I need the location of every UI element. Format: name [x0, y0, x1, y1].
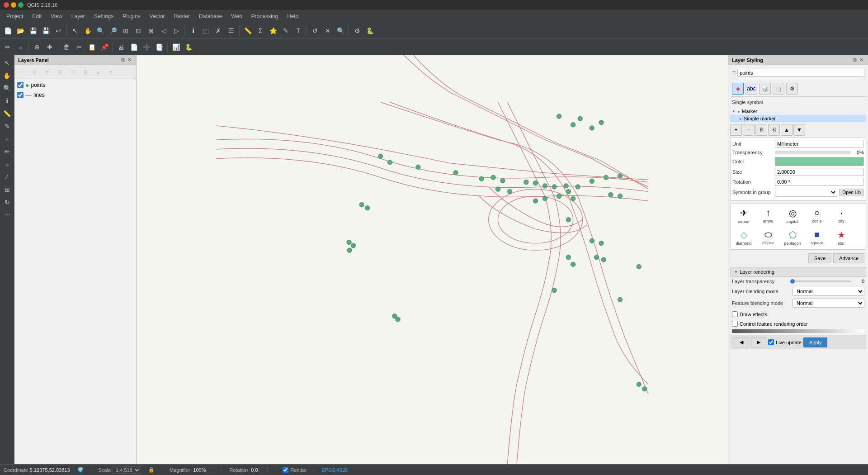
expand-all-btn[interactable]: ⊞: [54, 66, 66, 78]
delete-button[interactable]: 🗑: [61, 41, 72, 53]
remove-layer-btn[interactable]: 🗑: [80, 66, 91, 78]
sym-star[interactable]: ★ star: [830, 228, 853, 247]
deselect-button[interactable]: ✗: [212, 25, 224, 37]
advanced-button[interactable]: Advance: [833, 253, 864, 263]
layer-lines[interactable]: — lines: [15, 90, 135, 100]
zoom-selection-button[interactable]: ⊟: [132, 25, 144, 37]
identify-button[interactable]: ℹ: [187, 25, 199, 37]
pencil-button[interactable]: ✏: [2, 41, 14, 53]
maximize-button[interactable]: [18, 2, 24, 8]
atlas-button[interactable]: 📄: [128, 41, 140, 53]
zoom-next-button[interactable]: ▷: [170, 25, 182, 37]
apply-button[interactable]: Apply: [803, 337, 828, 347]
layer-name-input[interactable]: [737, 69, 864, 77]
styling-panel-close[interactable]: ✕: [859, 57, 864, 63]
sym-diamond[interactable]: ◇ diamond: [732, 228, 755, 247]
zoom-out-button[interactable]: 🔎: [107, 25, 119, 37]
window-controls[interactable]: [4, 2, 24, 8]
new-project-button[interactable]: 📄: [2, 25, 14, 37]
menu-vector[interactable]: Vector: [145, 11, 170, 21]
copy-sym-btn[interactable]: ⎘: [755, 124, 767, 136]
symbols-group-select[interactable]: [775, 188, 837, 197]
merge-tool[interactable]: ⊞: [1, 184, 13, 195]
text-annotation-button[interactable]: T: [292, 25, 304, 37]
zoom-custom-button[interactable]: 🔍: [335, 25, 346, 37]
layer-lines-check[interactable]: [17, 92, 24, 98]
tab-rendering[interactable]: ⚙: [786, 83, 798, 95]
copy-button[interactable]: 📋: [86, 41, 98, 53]
select-tool[interactable]: ↖: [1, 57, 13, 69]
save-as-button[interactable]: 💾: [40, 25, 52, 37]
close-button[interactable]: [4, 2, 9, 8]
menu-database[interactable]: Database: [194, 11, 226, 21]
python-button[interactable]: 🐍: [364, 25, 376, 37]
split-tool[interactable]: ⁄: [1, 171, 13, 183]
rotate-tool[interactable]: ↻: [1, 196, 13, 208]
paste-sym-btn[interactable]: ⎗: [768, 124, 780, 136]
move-up-btn[interactable]: ▲: [781, 124, 793, 136]
revert-button[interactable]: ↩: [52, 25, 64, 37]
pan-tool[interactable]: ✋: [1, 70, 13, 81]
minimize-button[interactable]: [11, 2, 16, 8]
annotation-tool[interactable]: ✎: [1, 120, 13, 132]
rotation-input[interactable]: [250, 467, 268, 473]
menu-plugins[interactable]: Plugins: [118, 11, 145, 21]
manage-layers-btn[interactable]: ⚙: [29, 66, 41, 78]
digitize-button[interactable]: ⊕: [31, 41, 43, 53]
print-button[interactable]: 🖨: [115, 41, 127, 53]
add-feature-tool[interactable]: +: [1, 133, 13, 145]
scale-select[interactable]: 1:4,518: [113, 466, 141, 474]
zoom-layer-button[interactable]: ⊠: [145, 25, 157, 37]
history-back-button[interactable]: ◀: [734, 337, 749, 347]
bookmarks-button[interactable]: ⭐: [267, 25, 279, 37]
layer-up-btn[interactable]: ▲: [92, 66, 104, 78]
layer-points[interactable]: ● points: [15, 80, 135, 90]
live-update-check[interactable]: [768, 339, 774, 345]
tab-single-symbol[interactable]: ◆: [732, 83, 744, 95]
layer-rendering-header[interactable]: ▼ Layer rendering: [730, 267, 866, 277]
cancel-render-button[interactable]: ✕: [322, 25, 334, 37]
tab-diagrams[interactable]: 📊: [759, 83, 771, 95]
layout-mgr-button[interactable]: 📑: [153, 41, 165, 53]
move-down-btn[interactable]: ▼: [793, 124, 805, 136]
layers-panel-float[interactable]: ⧉: [120, 57, 126, 63]
sym-tree-marker[interactable]: ▼ ● Marker: [730, 108, 866, 115]
color-swatch[interactable]: [775, 157, 864, 166]
zoom-full-button[interactable]: ⊞: [120, 25, 132, 37]
sym-capital[interactable]: ◎ capital: [781, 206, 804, 226]
menu-processing[interactable]: Processing: [247, 11, 283, 21]
unit-input[interactable]: [775, 140, 864, 148]
filter-layers-btn[interactable]: ▼: [42, 66, 53, 78]
open-project-button[interactable]: 📂: [14, 25, 26, 37]
sum-button[interactable]: Σ: [255, 25, 266, 37]
node-tool-button[interactable]: ⬦: [14, 41, 26, 53]
paste-button[interactable]: 📌: [99, 41, 110, 53]
render-check[interactable]: [283, 467, 288, 473]
layer-points-check[interactable]: [17, 82, 24, 88]
sym-tree-simple-marker[interactable]: ● Simple marker: [730, 115, 866, 122]
draw-effects-check[interactable]: [732, 311, 738, 317]
history-forward-button[interactable]: ▶: [751, 337, 766, 347]
layers-panel-close[interactable]: ✕: [127, 57, 132, 63]
refresh-button[interactable]: ↺: [309, 25, 321, 37]
python2-button[interactable]: 🐍: [183, 41, 194, 53]
select-button[interactable]: ↖: [69, 25, 81, 37]
open-table-button[interactable]: ☰: [225, 25, 237, 37]
capture-button[interactable]: ✚: [44, 41, 56, 53]
save-project-button[interactable]: 💾: [27, 25, 39, 37]
pan-button[interactable]: ✋: [82, 25, 94, 37]
layer-blending-select[interactable]: Normal: [793, 287, 864, 296]
sym-airport[interactable]: ✈ airport: [732, 206, 755, 226]
sym-pentagon[interactable]: ⬠ pentagon: [781, 228, 804, 247]
size-input[interactable]: [775, 168, 864, 176]
layer-props-button[interactable]: ⚙: [351, 25, 363, 37]
feature-blending-select[interactable]: Normal: [793, 299, 864, 308]
node-tool[interactable]: ⋯: [1, 209, 13, 221]
save-button[interactable]: Save: [808, 253, 831, 263]
layer-down-btn[interactable]: ▼: [105, 66, 117, 78]
menu-raster[interactable]: Raster: [170, 11, 194, 21]
magnifier-input[interactable]: [192, 467, 214, 473]
layer-transparency-slider[interactable]: [793, 280, 851, 282]
sym-ellipse[interactable]: ⬭ ellipse: [757, 228, 779, 247]
select-rect-button[interactable]: ⬚: [200, 25, 212, 37]
